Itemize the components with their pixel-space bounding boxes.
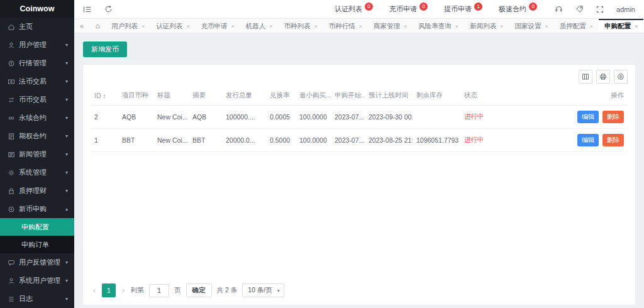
quick-link-deposit-request[interactable]: 充币申请 0	[389, 4, 428, 14]
tab-label: 机器人	[246, 22, 266, 31]
tab-auth-list[interactable]: 认证列表×	[150, 19, 195, 33]
col-header-coin: 项目币种	[118, 86, 153, 106]
sidebar-item-system-management[interactable]: 系统管理 ▾	[0, 163, 74, 182]
tab-risk-rate-query[interactable]: 风险率查询×	[413, 19, 464, 33]
users-icon	[8, 277, 19, 285]
cell-stock: 1096051.7793	[413, 129, 460, 152]
tab-label: 风险率查询	[418, 22, 452, 31]
sidebar-item-spot-trade[interactable]: 币币交易 ▾	[0, 91, 74, 109]
sidebar-item-fiat-trade[interactable]: 法币交易 ▾	[0, 72, 74, 91]
sidebar-item-user-feedback-management[interactable]: 用户反馈管理 ▾	[0, 253, 74, 272]
tag-icon[interactable]	[575, 5, 584, 13]
chevron-down-icon: ▾	[65, 170, 68, 175]
tab-close-icon[interactable]: ×	[359, 23, 362, 30]
tab-country-settings[interactable]: 国家设置×	[509, 19, 553, 33]
sidebar-item-label: 法币交易	[19, 77, 47, 86]
tab-deposit-request[interactable]: 充币申请×	[196, 19, 240, 33]
col-header-start: 申购开始...	[331, 86, 365, 106]
tab-label: 商家管理	[374, 22, 400, 31]
prev-page-icon[interactable]: ‹	[92, 286, 97, 295]
tab-home-icon[interactable]: ⌂	[89, 19, 106, 33]
tab-close-icon[interactable]: ×	[635, 23, 638, 30]
add-coin-button[interactable]: 新增发币	[83, 41, 127, 57]
tab-close-icon[interactable]: ×	[455, 23, 458, 30]
print-icon[interactable]	[596, 70, 610, 84]
chevron-down-icon: ▾	[65, 188, 68, 194]
infinity-icon	[8, 114, 19, 122]
tab-close-icon[interactable]: ×	[186, 23, 189, 30]
chevron-down-icon: ▾	[65, 260, 68, 265]
tab-robot[interactable]: 机器人×	[240, 19, 279, 33]
sidebar-item-user-management[interactable]: 用户管理 ▾	[0, 36, 74, 54]
quick-link-label: 极速合约	[499, 4, 526, 14]
tab-user-list[interactable]: 用户列表×	[106, 19, 150, 33]
sort-icon[interactable]: ▲▼	[103, 94, 106, 99]
tab-close-icon[interactable]: ×	[590, 23, 593, 30]
sidebar-item-perpetual-contract[interactable]: 永续合约 ▾	[0, 109, 74, 127]
tab-close-icon[interactable]: ×	[269, 23, 272, 30]
topbar-quick-links: 认证列表 0 充币申请 0 提币申请 1 极速合约 0	[335, 4, 537, 14]
current-page[interactable]: 1	[102, 283, 116, 297]
table-row: 1 BBT New Coi... BBT 20000.0... 0.5000 1…	[91, 129, 628, 152]
per-page-value: 10 条/页	[248, 286, 272, 295]
columns-icon[interactable]	[579, 70, 592, 84]
delete-button[interactable]: 删除	[602, 134, 624, 146]
quick-link-label: 认证列表	[335, 4, 362, 14]
collapse-sidebar-icon[interactable]	[83, 6, 92, 13]
edit-button[interactable]: 编辑	[577, 134, 599, 146]
quick-link-withdraw-request[interactable]: 提币申请 1	[444, 4, 482, 14]
tab-merchant-management[interactable]: 商家管理×	[368, 19, 413, 33]
chevron-down-icon: ▾	[65, 151, 68, 157]
tab-close-icon[interactable]: ×	[231, 23, 235, 30]
confirm-button[interactable]: 确定	[186, 283, 212, 297]
sidebar-item-logs[interactable]: 日志 ▾	[0, 290, 74, 308]
col-header-id[interactable]: ID▲▼	[91, 86, 118, 106]
tab-close-icon[interactable]: ×	[545, 23, 548, 30]
refresh-icon[interactable]	[104, 5, 113, 13]
tabs-scroll-left-icon[interactable]: «	[74, 19, 89, 33]
delete-button[interactable]: 删除	[602, 111, 624, 123]
username[interactable]: admin	[616, 6, 635, 13]
sidebar-item-options-contract[interactable]: 期权合约 ▾	[0, 127, 74, 145]
quick-link-fast-contract[interactable]: 极速合约 0	[499, 4, 537, 14]
export-icon[interactable]	[614, 70, 628, 84]
next-page-icon[interactable]: ›	[121, 286, 126, 295]
banknote-icon	[8, 78, 19, 85]
swap-icon	[8, 96, 19, 104]
sidebar-item-label: 币币交易	[19, 95, 47, 104]
goto-page-input[interactable]	[149, 284, 169, 297]
page-unit-label: 页	[174, 286, 181, 295]
tab-pledge-config[interactable]: 质押配置×	[554, 19, 599, 33]
sidebar-item-news-management[interactable]: 新闻管理 ▾	[0, 145, 74, 163]
per-page-select[interactable]: 10 条/页 ▾	[242, 283, 284, 297]
sidebar-item-market-management[interactable]: 行情管理 ▾	[0, 54, 74, 72]
sidebar-item-pledge-finance[interactable]: 质押理财 ▾	[0, 182, 74, 200]
tab-close-icon[interactable]: ×	[142, 23, 145, 30]
sidebar-item-home[interactable]: 主页	[0, 18, 74, 36]
support-icon[interactable]	[555, 5, 563, 13]
sidebar-item-system-user-management[interactable]: 系统用户管理 ▾	[0, 272, 74, 290]
chevron-down-icon: ▾	[65, 278, 68, 283]
tab-news-list[interactable]: 新闻列表×	[464, 19, 509, 33]
cell-id: 2	[91, 106, 118, 129]
tab-subscription-config[interactable]: 申购配置×	[599, 19, 643, 33]
tab-close-icon[interactable]: ×	[500, 23, 503, 30]
content-area: 新增发币 ID▲▼ 项目币种	[74, 33, 644, 308]
sidebar-item-label: 用户反馈管理	[19, 258, 60, 267]
tab-coin-list[interactable]: 币种列表×	[279, 19, 323, 33]
fullscreen-icon[interactable]	[596, 6, 604, 13]
quick-link-auth-list[interactable]: 认证列表 0	[335, 4, 373, 14]
sidebar-subitem-subscription-config[interactable]: 申购配置	[0, 218, 74, 236]
cell-title: New Coi...	[153, 129, 189, 152]
quick-link-label: 提币申请	[444, 4, 472, 14]
edit-button[interactable]: 编辑	[577, 111, 599, 123]
sidebar-subitem-subscription-orders[interactable]: 申购订单	[0, 236, 74, 253]
tab-close-icon[interactable]: ×	[314, 23, 318, 30]
tab-close-icon[interactable]: ×	[404, 23, 407, 30]
pagination: ‹ 1 › 到第 页 确定 共 2 条 10 条/页 ▾	[91, 280, 628, 300]
table-row: 2 AQB New Coi... AQB 100000.... 0.0005 1…	[91, 106, 628, 129]
sidebar-item-new-coin-subscription[interactable]: 新币申购 ▴	[0, 200, 74, 218]
topbar-right: admin	[555, 5, 635, 13]
tab-coin-market[interactable]: 币种行情×	[323, 19, 368, 33]
main-area: 认证列表 0 充币申请 0 提币申请 1 极速合约 0	[74, 0, 644, 308]
